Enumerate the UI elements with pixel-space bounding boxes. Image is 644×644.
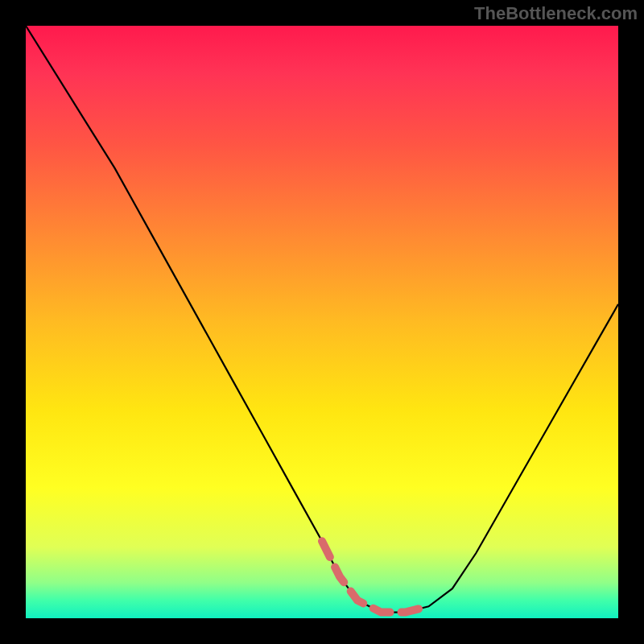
valley-marker-path — [322, 541, 429, 612]
chart-svg — [26, 26, 618, 618]
bottleneck-curve-path — [26, 26, 618, 613]
chart-plot-area — [26, 26, 618, 618]
watermark-text: TheBottleneck.com — [474, 3, 638, 24]
